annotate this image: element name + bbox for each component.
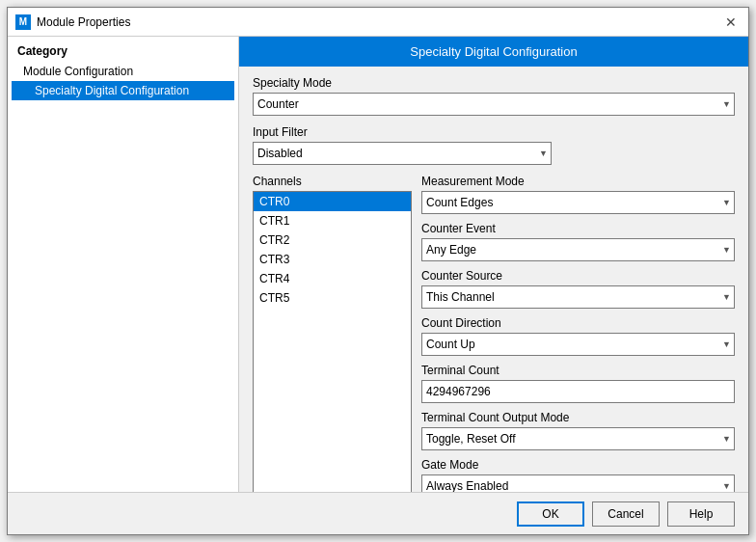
sidebar-item-specialty-digital[interactable]: Specialty Digital Configuration xyxy=(12,81,234,100)
channel-item-ctr0[interactable]: CTR0 xyxy=(254,192,411,211)
count-direction-label: Count Direction xyxy=(421,316,735,330)
help-button[interactable]: Help xyxy=(667,501,735,527)
title-bar-text: Module Properties xyxy=(37,15,716,29)
close-button[interactable]: ✕ xyxy=(721,13,741,32)
gate-mode-label: Gate Mode xyxy=(421,458,735,472)
measurement-mode-group: Measurement Mode Count Edges xyxy=(421,175,735,214)
count-direction-group: Count Direction Count Up xyxy=(421,316,735,356)
gate-mode-combo-wrapper: Always Enabled xyxy=(421,474,735,492)
category-label: Category xyxy=(12,41,234,62)
panel-body: Specialty Mode Counter Input Filter Disa… xyxy=(239,67,748,492)
gate-mode-group: Gate Mode Always Enabled xyxy=(421,458,735,492)
two-col-section: Channels CTR0 CTR1 CTR2 CTR3 CTR4 CTR5 xyxy=(253,175,735,492)
channel-item-ctr5[interactable]: CTR5 xyxy=(254,288,411,308)
terminal-count-label: Terminal Count xyxy=(421,364,735,377)
channel-item-ctr3[interactable]: CTR3 xyxy=(254,250,411,269)
specialty-mode-select[interactable]: Counter xyxy=(253,93,735,116)
input-filter-group: Input Filter Disabled xyxy=(253,125,735,165)
terminal-count-group: Terminal Count xyxy=(421,364,735,403)
counter-event-combo-wrapper: Any Edge xyxy=(421,238,735,261)
channel-item-ctr1[interactable]: CTR1 xyxy=(254,211,411,230)
gate-mode-select[interactable]: Always Enabled xyxy=(421,474,735,492)
panel-header: Specialty Digital Configuration xyxy=(239,37,748,67)
ok-button[interactable]: OK xyxy=(517,501,584,527)
measurement-mode-combo-wrapper: Count Edges xyxy=(421,191,735,214)
dialog: M Module Properties ✕ Category Module Co… xyxy=(7,7,749,535)
sidebar: Category Module Configuration Specialty … xyxy=(8,37,239,492)
counter-source-label: Counter Source xyxy=(421,269,735,283)
terminal-count-input[interactable] xyxy=(421,380,735,403)
channel-item-ctr2[interactable]: CTR2 xyxy=(254,230,411,250)
right-col-section: Measurement Mode Count Edges Counter Eve… xyxy=(421,175,735,492)
counter-event-group: Counter Event Any Edge xyxy=(421,222,735,261)
count-direction-select[interactable]: Count Up xyxy=(421,333,735,356)
specialty-mode-combo-wrapper: Counter xyxy=(253,93,735,116)
counter-source-select[interactable]: This Channel xyxy=(421,285,735,309)
dialog-icon: M xyxy=(15,14,31,30)
title-bar: M Module Properties ✕ xyxy=(8,8,748,37)
cancel-button[interactable]: Cancel xyxy=(592,501,660,527)
count-direction-combo-wrapper: Count Up xyxy=(421,333,735,356)
channel-item-ctr4[interactable]: CTR4 xyxy=(254,269,411,288)
content-area: Category Module Configuration Specialty … xyxy=(8,37,748,492)
input-filter-label: Input Filter xyxy=(253,125,735,139)
counter-event-select[interactable]: Any Edge xyxy=(421,238,735,261)
channels-list: CTR0 CTR1 CTR2 CTR3 CTR4 CTR5 xyxy=(253,191,412,492)
input-filter-combo-wrapper: Disabled xyxy=(253,142,552,165)
measurement-mode-select[interactable]: Count Edges xyxy=(421,191,735,214)
measurement-mode-label: Measurement Mode xyxy=(421,175,735,188)
terminal-count-output-mode-group: Terminal Count Output Mode Toggle, Reset… xyxy=(421,411,735,450)
terminal-count-output-mode-combo-wrapper: Toggle, Reset Off xyxy=(421,427,735,450)
specialty-mode-label: Specialty Mode xyxy=(253,76,735,90)
channels-section: Channels CTR0 CTR1 CTR2 CTR3 CTR4 CTR5 xyxy=(253,175,412,492)
input-filter-select[interactable]: Disabled xyxy=(253,142,552,165)
main-panel: Specialty Digital Configuration Specialt… xyxy=(239,37,748,492)
counter-event-label: Counter Event xyxy=(421,222,735,235)
counter-source-combo-wrapper: This Channel xyxy=(421,285,735,309)
sidebar-item-module-configuration[interactable]: Module Configuration xyxy=(12,62,234,81)
terminal-count-output-mode-label: Terminal Count Output Mode xyxy=(421,411,735,424)
channels-label: Channels xyxy=(253,175,412,188)
specialty-mode-group: Specialty Mode Counter xyxy=(253,76,735,116)
terminal-count-output-mode-select[interactable]: Toggle, Reset Off xyxy=(421,427,735,450)
footer: OK Cancel Help xyxy=(8,492,748,534)
counter-source-group: Counter Source This Channel xyxy=(421,269,735,309)
